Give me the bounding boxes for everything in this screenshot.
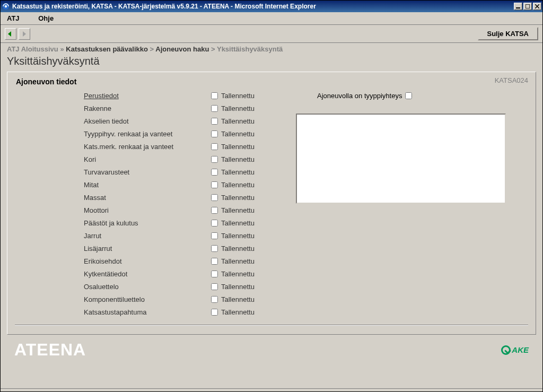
- page-title: Yksittäishyväksyntä: [1, 53, 542, 72]
- maximize-button[interactable]: [523, 3, 532, 10]
- saved-checkbox[interactable]: [211, 245, 218, 252]
- saved-checkbox[interactable]: [211, 309, 218, 316]
- saved-checkbox[interactable]: [211, 105, 218, 112]
- crumb-katsastuksen-paavalikko[interactable]: Katsastuksen päävalikko: [66, 45, 148, 53]
- menu-ohje[interactable]: Ohje: [38, 14, 54, 22]
- saved-checkbox[interactable]: [211, 194, 218, 201]
- close-window-button[interactable]: [533, 3, 541, 10]
- saved-label: Tallennettu: [221, 308, 255, 316]
- item-link[interactable]: Turvavarusteet: [84, 168, 129, 176]
- divider: [15, 325, 528, 326]
- saved-label: Tallennettu: [221, 245, 255, 252]
- item-link[interactable]: Lisäjarrut: [84, 245, 112, 252]
- nav-back-button[interactable]: [5, 28, 16, 40]
- saved-checkbox[interactable]: [211, 258, 218, 265]
- section-title: Ajoneuvon tiedot: [16, 77, 528, 86]
- ake-logo: AKE: [501, 345, 529, 355]
- item-link[interactable]: Komponenttiluettelo: [84, 295, 145, 303]
- saved-label: Tallennettu: [221, 270, 255, 278]
- svg-point-1: [5, 5, 7, 7]
- saved-checkbox[interactable]: [211, 143, 218, 150]
- item-link[interactable]: Mitat: [84, 181, 99, 189]
- saved-label: Tallennettu: [221, 104, 255, 112]
- saved-checkbox[interactable]: [211, 232, 218, 239]
- svg-rect-3: [526, 4, 530, 8]
- saved-checkbox[interactable]: [211, 92, 218, 99]
- content-panel: KATSA024 Ajoneuvon tiedot PerustiedotRak…: [7, 72, 536, 335]
- footer-brand: ATEENA: [14, 340, 86, 360]
- saved-checkbox[interactable]: [211, 118, 218, 125]
- toolbar: Sulje KATSA: [1, 25, 542, 43]
- footer: ATEENA AKE: [7, 335, 536, 365]
- item-link[interactable]: Päästöt ja kulutus: [84, 219, 138, 227]
- notes-textarea[interactable]: [296, 114, 506, 204]
- item-link[interactable]: Osaluettelo: [84, 283, 119, 291]
- item-link[interactable]: Kats.merk. renkaat ja vanteet: [84, 143, 173, 151]
- saved-checkbox[interactable]: [211, 296, 218, 303]
- saved-label: Tallennettu: [221, 257, 255, 265]
- saved-checkbox[interactable]: [211, 283, 218, 290]
- saved-label: Tallennettu: [221, 206, 255, 214]
- saved-checkbox[interactable]: [211, 169, 218, 176]
- saved-label: Tallennettu: [221, 232, 255, 240]
- saved-checkbox[interactable]: [211, 271, 218, 277]
- screen-code: KATSA024: [495, 76, 528, 84]
- crumb-ajoneuvon-haku[interactable]: Ajoneuvon haku: [155, 45, 209, 53]
- saved-label: Tallennettu: [221, 219, 255, 227]
- tyyppiyhteys-label: Ajoneuvolla on tyyppiyhteys: [317, 92, 402, 100]
- saved-label: Tallennettu: [221, 283, 255, 291]
- saved-label: Tallennettu: [221, 194, 255, 202]
- svg-rect-2: [516, 7, 520, 8]
- breadcrumb: ATJ Aloitussivu » Katsastuksen päävalikk…: [1, 43, 542, 53]
- saved-label: Tallennettu: [221, 295, 255, 303]
- window-titlebar: Katsastus ja rekisteröinti, KATSA - KATS…: [1, 1, 542, 12]
- saved-checkbox[interactable]: [211, 130, 218, 137]
- saved-label: Tallennettu: [221, 168, 255, 176]
- saved-checkbox[interactable]: [211, 156, 218, 163]
- status-bar: [1, 388, 542, 391]
- saved-label: Tallennettu: [221, 92, 255, 100]
- crumb-atj-aloitussivu[interactable]: ATJ Aloitussivu: [7, 45, 58, 53]
- tyyppiyhteys-checkbox[interactable]: [405, 92, 412, 99]
- menubar: ATJ Ohje: [1, 12, 542, 25]
- item-link[interactable]: Massat: [84, 194, 106, 202]
- saved-checkbox[interactable]: [211, 181, 218, 188]
- window-title: Katsastus ja rekisteröinti, KATSA - KATS…: [12, 3, 514, 10]
- item-link[interactable]: Moottori: [84, 206, 109, 214]
- crumb-yksittaishyvaksynta: Yksittäishyväksyntä: [217, 45, 283, 53]
- item-link[interactable]: Erikoisehdot: [84, 257, 122, 265]
- item-link[interactable]: Perustiedot: [84, 92, 119, 100]
- item-link[interactable]: Tyyppihyv. renkaat ja vanteet: [84, 130, 172, 138]
- saved-checkbox[interactable]: [211, 207, 218, 214]
- item-link[interactable]: Jarrut: [84, 232, 101, 240]
- item-link[interactable]: Akselien tiedot: [84, 117, 129, 125]
- saved-label: Tallennettu: [221, 181, 255, 189]
- saved-checkbox[interactable]: [211, 220, 218, 227]
- menu-atj[interactable]: ATJ: [7, 14, 20, 22]
- minimize-button[interactable]: [514, 3, 522, 10]
- saved-label: Tallennettu: [221, 130, 255, 138]
- saved-label: Tallennettu: [221, 143, 255, 151]
- ie-icon: [2, 2, 10, 11]
- item-link[interactable]: Katsastustapahtuma: [84, 308, 147, 316]
- item-link[interactable]: Kytkentätiedot: [84, 270, 127, 278]
- saved-label: Tallennettu: [221, 155, 255, 163]
- item-link[interactable]: Kori: [84, 155, 96, 163]
- ake-ring-icon: [501, 345, 511, 355]
- item-link[interactable]: Rakenne: [84, 104, 111, 112]
- saved-label: Tallennettu: [221, 117, 255, 125]
- nav-forward-button[interactable]: [19, 28, 30, 40]
- close-katsa-button[interactable]: Sulje KATSA: [478, 27, 539, 40]
